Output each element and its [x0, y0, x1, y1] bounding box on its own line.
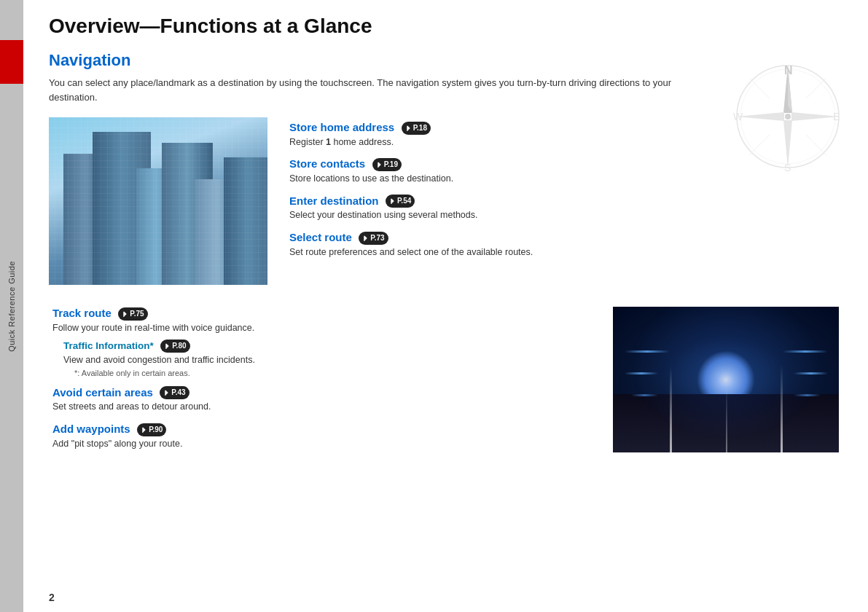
feature-avoid-areas: Avoid certain areas P.43 Set streets and… [52, 386, 591, 414]
svg-marker-5 [791, 112, 839, 121]
upper-row: Store home address P.18 Register 1 home … [49, 117, 839, 285]
compass-decoration: N S E W [730, 58, 846, 175]
sidebar: Quick Reference Guide [0, 0, 23, 612]
svg-point-15 [785, 114, 791, 119]
feature-add-waypoints: Add waypoints P.90 Add "pit stops" along… [52, 423, 591, 450]
feature-desc-traffic: View and avoid congestion and traffic in… [63, 354, 591, 367]
feature-title-add-waypoints: Add waypoints [52, 423, 130, 435]
tunnel-image [613, 307, 839, 452]
main-content: N S E W Overview—Functions at a Glance N… [23, 0, 868, 612]
feature-title-traffic: Traffic Information* [63, 340, 154, 351]
feature-desc-select-route: Set route preferences and select one of … [289, 246, 839, 259]
feature-select-route: Select route P.73 Set route preferences … [289, 231, 839, 259]
intro-text: You can select any place/landmark as a d… [49, 76, 705, 104]
svg-text:N: N [784, 64, 793, 76]
feature-desc-enter-destination: Select your destination using several me… [289, 209, 839, 222]
svg-line-9 [749, 135, 770, 155]
svg-marker-4 [783, 120, 792, 168]
feature-title-avoid-areas: Avoid certain areas [52, 386, 153, 399]
svg-line-7 [749, 78, 770, 98]
feature-title-enter-destination: Enter destination [289, 195, 379, 207]
feature-desc-avoid-areas: Set streets and areas to detour around. [52, 401, 591, 414]
page-title: Overview—Functions at a Glance [49, 15, 839, 38]
sidebar-label: Quick Reference Guide [7, 261, 16, 352]
feature-title-select-route: Select route [289, 231, 352, 243]
svg-line-10 [806, 135, 826, 155]
badge-p54: P.54 [386, 195, 415, 208]
badge-p18: P.18 [402, 122, 431, 135]
section-title: Navigation [49, 51, 839, 70]
feature-enter-destination: Enter destination P.54 Select your desti… [289, 195, 839, 222]
feature-track-route: Track route P.75 Follow your route in re… [52, 307, 591, 377]
lower-row: Track route P.75 Follow your route in re… [49, 307, 839, 459]
svg-marker-6 [737, 112, 784, 121]
badge-p43: P.43 [160, 386, 189, 399]
svg-text:W: W [733, 111, 743, 122]
svg-text:S: S [784, 162, 791, 173]
lower-feature-list: Track route P.75 Follow your route in re… [49, 307, 591, 459]
building-image [49, 117, 267, 285]
svg-line-8 [806, 78, 826, 98]
badge-p90: P.90 [137, 423, 166, 436]
badge-p73: P.73 [359, 232, 388, 245]
feature-desc-add-waypoints: Add "pit stops" along your route. [52, 438, 591, 451]
feature-title-store-home: Store home address [289, 121, 394, 133]
badge-p75: P.75 [118, 307, 147, 321]
sidebar-red-bar [0, 40, 23, 84]
feature-desc-track-route: Follow your route in real-time with voic… [52, 322, 591, 335]
sub-feature-traffic: Traffic Information* P.80 View and avoid… [52, 339, 591, 377]
feature-title-store-contacts: Store contacts [289, 157, 365, 170]
badge-p80: P.80 [160, 340, 189, 353]
page-number: 2 [49, 592, 55, 603]
badge-p19: P.19 [372, 158, 402, 171]
traffic-note: *: Available only in certain areas. [63, 369, 591, 377]
feature-title-track-route: Track route [52, 307, 112, 319]
svg-text:E: E [833, 111, 840, 122]
